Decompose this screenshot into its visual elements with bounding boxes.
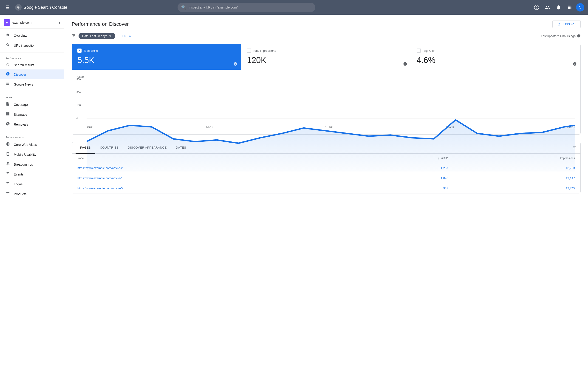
page-title: Performance on Discover <box>72 21 129 27</box>
grid-label-334: 334 <box>76 91 81 94</box>
user-avatar[interactable]: S <box>576 3 584 11</box>
table-cell-clicks: 987 <box>348 183 454 194</box>
table-cell-clicks: 1,070 <box>348 173 454 183</box>
app-layout: e example.com ▾ Overview URL inspection … <box>0 15 588 391</box>
mobile-usability-icon <box>5 152 10 157</box>
removals-icon <box>5 122 10 127</box>
apps-icon <box>567 5 572 10</box>
performance-section-label: Performance <box>0 54 64 61</box>
table-cell-page[interactable]: https://www.example.com/article-1 <box>72 173 348 183</box>
chart-svg <box>87 79 575 172</box>
metric-label-clicks: Total clicks <box>83 49 98 52</box>
coverage-icon <box>5 102 10 107</box>
table-row: https://www.example.com/article-5 987 13… <box>72 183 581 194</box>
table-row: https://www.example.com/article-1 1,070 … <box>72 173 581 183</box>
property-chevron-icon: ▾ <box>59 20 61 25</box>
sidebar-overview-label: Overview <box>14 34 27 37</box>
google-icon: G <box>15 4 22 10</box>
sidebar-item-google-news[interactable]: Google News <box>0 79 64 89</box>
sidebar-google-news-label: Google News <box>14 83 33 86</box>
logos-icon <box>5 182 10 187</box>
grid-label-500: 500 <box>76 78 81 81</box>
filter-bar: Date: Last 28 days ✎ + NEW Last updated:… <box>72 33 581 39</box>
people-button[interactable] <box>543 3 552 12</box>
people-icon <box>545 5 550 10</box>
sidebar-item-sitemaps[interactable]: Sitemaps <box>0 109 64 119</box>
sidebar-url-inspection-label: URL inspection <box>14 44 35 47</box>
sidebar-item-discover[interactable]: Discover <box>0 70 64 79</box>
property-selector[interactable]: e example.com ▾ <box>0 16 64 29</box>
metric-label-impressions: Total impressions <box>253 49 276 52</box>
topbar: ☰ G Google Search Console 🔍 ? <box>0 0 588 15</box>
sidebar: e example.com ▾ Overview URL inspection … <box>0 15 64 391</box>
date-filter-label: Date: Last 28 days <box>82 34 107 38</box>
core-web-vitals-icon <box>5 142 10 147</box>
sidebar-core-web-vitals-label: Core Web Vitals <box>14 143 37 147</box>
sidebar-item-products[interactable]: Products <box>0 189 64 199</box>
filter-icon <box>72 33 76 39</box>
edit-icon: ✎ <box>109 34 112 38</box>
bell-icon <box>556 5 561 10</box>
sidebar-item-overview[interactable]: Overview <box>0 31 64 40</box>
google-g-icon: G <box>5 63 10 67</box>
chart-container: Clicks 500 334 166 0 <box>72 70 581 135</box>
chart-area: 500 334 166 0 <box>77 79 575 125</box>
menu-icon[interactable]: ☰ <box>4 3 11 12</box>
property-icon: e <box>4 19 10 26</box>
metric-value-clicks: 5.5K <box>77 55 236 65</box>
metric-checkbox-impressions <box>247 49 251 53</box>
sidebar-mobile-usability-label: Mobile Usability <box>14 153 36 156</box>
metric-card-total-clicks[interactable]: ✓ Total clicks 5.5K <box>72 44 241 70</box>
apps-button[interactable] <box>565 3 574 12</box>
table-cell-page[interactable]: https://www.example.com/article-5 <box>72 183 348 194</box>
metric-card-total-impressions[interactable]: Total impressions 120K <box>241 44 411 70</box>
sidebar-item-coverage[interactable]: Coverage <box>0 99 64 109</box>
metric-info-clicks[interactable] <box>233 62 238 67</box>
sidebar-item-removals[interactable]: Removals <box>0 119 64 129</box>
sidebar-events-label: Events <box>14 173 24 176</box>
metric-value-ctr: 4.6% <box>417 55 575 65</box>
svg-text:G: G <box>17 5 20 9</box>
sidebar-item-url-inspection[interactable]: URL inspection <box>0 40 64 50</box>
main-content: Performance on Discover EXPORT Date: Las… <box>64 15 588 391</box>
metrics-row: ✓ Total clicks 5.5K Total impressions 12… <box>72 44 581 70</box>
property-name: example.com <box>12 21 56 24</box>
date-filter-button[interactable]: Date: Last 28 days ✎ <box>78 33 115 39</box>
grid-label-166: 166 <box>76 104 81 106</box>
chart-y-label: Clicks <box>77 76 575 78</box>
metric-info-impressions[interactable] <box>403 62 407 67</box>
url-inspection-icon <box>5 43 10 48</box>
notifications-button[interactable] <box>554 3 563 12</box>
grid-label-0: 0 <box>76 117 78 120</box>
sidebar-item-core-web-vitals[interactable]: Core Web Vitals <box>0 140 64 150</box>
sidebar-item-events[interactable]: Events <box>0 169 64 179</box>
breadcrumbs-icon <box>5 162 10 167</box>
metric-label-ctr: Avg. CTR <box>423 49 436 52</box>
sidebar-nav: Overview URL inspection Performance G Se… <box>0 29 64 201</box>
sidebar-products-label: Products <box>14 192 26 196</box>
sidebar-removals-label: Removals <box>14 123 28 126</box>
sidebar-sitemaps-label: Sitemaps <box>14 113 27 116</box>
export-button[interactable]: EXPORT <box>552 20 581 28</box>
table-cell-impressions: 13,745 <box>454 183 581 194</box>
sidebar-item-search-results[interactable]: G Search results <box>0 61 64 70</box>
metric-checkbox-clicks: ✓ <box>77 49 81 53</box>
sidebar-item-mobile-usability[interactable]: Mobile Usability <box>0 150 64 159</box>
metric-info-ctr[interactable] <box>573 62 577 67</box>
search-input[interactable] <box>189 5 312 9</box>
app-logo: G Google Search Console <box>15 4 67 10</box>
topbar-actions: ? S <box>532 3 584 12</box>
sidebar-item-logos[interactable]: Logos <box>0 179 64 189</box>
help-button[interactable]: ? <box>532 3 541 12</box>
enhancements-section-label: Enhancements <box>0 133 64 140</box>
last-updated: Last updated: 4 hours ago <box>541 34 581 38</box>
events-icon <box>5 172 10 177</box>
sidebar-item-breadcrumbs[interactable]: Breadcrumbs <box>0 159 64 169</box>
search-bar[interactable]: 🔍 <box>178 3 315 12</box>
sidebar-coverage-label: Coverage <box>14 103 28 106</box>
sidebar-discover-label: Discover <box>14 73 26 76</box>
metric-card-avg-ctr[interactable]: Avg. CTR 4.6% <box>411 44 581 70</box>
sidebar-logos-label: Logos <box>14 182 22 186</box>
google-news-icon <box>5 82 10 87</box>
new-filter-button[interactable]: + NEW <box>118 33 135 39</box>
